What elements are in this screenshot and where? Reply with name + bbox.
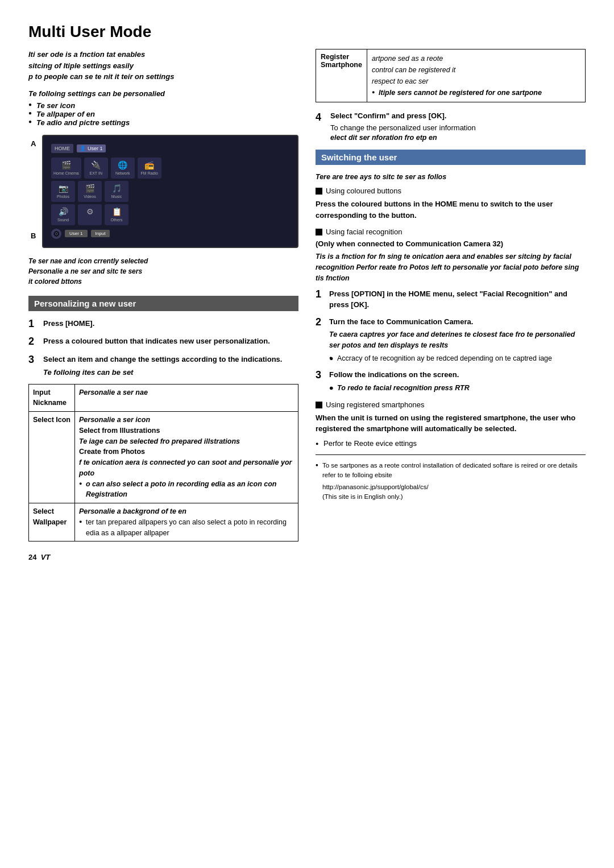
tv-screen: HOME 👤 User 1 🎬 Home Cinema 🔌 xyxy=(42,135,298,248)
register-bullet: ltiple sers cannot be registered for one… xyxy=(372,87,542,98)
registered-smartphones-bullet-text: Perfor te Reote evice ettings xyxy=(323,439,417,448)
register-line1: artpone sed as a reote xyxy=(372,55,443,63)
nickname-value: Personalie a ser nae xyxy=(79,388,148,396)
register-bullet-text: ltiple sers cannot be registered for one… xyxy=(379,89,542,97)
settings-intro: Te folloing settings can be personalied xyxy=(28,89,298,98)
tv-small-icon1: ⚙ xyxy=(51,229,61,239)
facial-step-2-bullet-text: Accracy of te recognition ay be redced d… xyxy=(337,354,552,362)
tv-bottom-bar: ⚙ User 1 Input xyxy=(51,229,289,239)
footnote-url: http://panasonic.jp/support/global/cs/ xyxy=(316,482,586,492)
facial-recognition-heading: Using facial recognition xyxy=(316,228,586,236)
table-header-wallpaper: SelectWallpaper xyxy=(29,503,75,542)
tv-caption: Te ser nae and icon crrently selected Pe… xyxy=(28,256,298,287)
facial-step-2-body: Turn the face to Communication Camera. T… xyxy=(329,316,586,364)
square-bullet-1 xyxy=(316,188,322,195)
footnote-bullet-text: To se sartpones as a reote control insta… xyxy=(322,462,578,478)
tv-icon-home-cinema: 🎬 Home Cinema xyxy=(51,158,81,179)
step-1-text: Press [HOME]. xyxy=(43,319,94,328)
confirm-step-num: 4 xyxy=(316,111,326,124)
switching-header: Switching the user xyxy=(316,150,586,165)
step-1-content: Press [HOME]. xyxy=(43,318,94,329)
tv-icons-row1: 🎬 Home Cinema 🔌 EXT IN 🌐 Network 📻 xyxy=(51,158,289,179)
tv-icon-photos: 📷 Photos xyxy=(51,181,75,202)
register-line3: respect to eac ser xyxy=(372,77,428,85)
table-row-select-icon: Select Icon Personalie a ser icon Select… xyxy=(29,412,298,503)
facial-step-3-body: Follow the indications on the screen. ● … xyxy=(329,369,470,393)
tv-user-selector: User 1 xyxy=(65,230,88,237)
intro-line1: Iti ser ode is a fnction tat enables xyxy=(28,50,145,59)
facial-step-2-text: Turn the face to Communication Camera. xyxy=(329,317,473,326)
step-2-num: 2 xyxy=(28,336,39,348)
tv-caption-line2: Personalie a ne ser and sitc te sers xyxy=(28,267,142,275)
page-title: Multi User Mode xyxy=(28,23,586,41)
select-from-illustrations: Select from Illustrations xyxy=(79,427,160,435)
footnote-section: ● To se sartpones as a reote control ins… xyxy=(316,454,586,502)
facial-step-1-num: 1 xyxy=(316,288,325,311)
create-from-photos-note: f te onication aera is connected yo can … xyxy=(79,458,292,477)
tv-icon-sound: 🔊 Sound xyxy=(51,204,75,225)
intro-line2: sitcing of ltiple settings easily xyxy=(28,61,134,70)
personalizing-header-text: Personalizing a new user xyxy=(34,299,136,308)
settings-list: Te ser icon Te allpaper of en Te adio an… xyxy=(28,101,298,127)
facial-step-3-bullet: ● To redo te facial recognition press RT… xyxy=(329,383,470,394)
tv-icon-music: 🎵 Music xyxy=(105,181,128,202)
footnote-text: ● To se sartpones as a reote control ins… xyxy=(316,461,586,502)
tv-home-button: HOME xyxy=(51,144,73,153)
table-cell-select-icon: Personalie a ser icon Select from Illust… xyxy=(75,412,298,503)
settings-item-1: Te ser icon xyxy=(28,101,298,110)
register-label: RegisterSmartphone xyxy=(316,49,367,102)
settings-table: InputNickname Personalie a ser nae Selec… xyxy=(28,384,298,542)
table-cell-wallpaper: Personalie a backgrond of te en ter tan … xyxy=(75,503,298,542)
tv-icon-settings: ⚙ xyxy=(78,204,102,225)
label-b: B xyxy=(31,232,36,240)
facial-step-2: 2 Turn the face to Communication Camera.… xyxy=(316,316,586,364)
personalizing-section-header: Personalizing a new user xyxy=(28,296,298,311)
facial-recognition-subheading: (Only when connected to Communication Ca… xyxy=(316,239,586,248)
select-icon-label1: Personalie a ser icon xyxy=(79,416,150,424)
square-bullet-2 xyxy=(316,229,322,235)
register-content: artpone sed as a reote control can be re… xyxy=(367,49,546,102)
facial-step-1-text: Press [OPTION] in the HOME menu, select … xyxy=(329,290,567,309)
confirm-step-text: Select "Confirm" and press [OK]. xyxy=(330,111,476,120)
tv-icon-videos: 🎬 Videos xyxy=(78,181,102,202)
step-3-content: Select an item and change the settings a… xyxy=(43,354,282,378)
page-number: 24 xyxy=(28,553,36,561)
facial-step-2-bullet: ● Accracy of te recognition ay be redced… xyxy=(329,353,586,364)
tv-icon-network: 🌐 Network xyxy=(111,158,135,179)
registered-smartphones-body: When the unit is turned on using the reg… xyxy=(316,412,586,435)
wallpaper-bullet: ter tan prepared allpapers yo can also s… xyxy=(79,517,294,539)
create-from-photos: Create from Photos xyxy=(79,448,145,456)
page-footer: 24 VT xyxy=(28,553,298,561)
right-column: RegisterSmartphone artpone sed as a reot… xyxy=(316,49,586,561)
facial-step-1-body: Press [OPTION] in the HOME menu, select … xyxy=(329,288,586,311)
facial-step-2-italic: Te caera captres yor face and deterines … xyxy=(329,329,586,351)
table-cell-nickname: Personalie a ser nae xyxy=(75,384,298,412)
tv-input-selector: Input xyxy=(91,230,110,237)
footnote-bullet: ● To se sartpones as a reote control ins… xyxy=(316,461,586,481)
registered-smartphones-heading: Using registered smartphones xyxy=(316,400,586,409)
facial-step-3-num: 3 xyxy=(316,369,325,393)
facial-step-2-num: 2 xyxy=(316,316,325,364)
step-1-num: 1 xyxy=(28,318,39,330)
step-2-content: Press a coloured button that indicates n… xyxy=(43,336,270,347)
select-icon-caption1: Te iage can be selected fro prepared ill… xyxy=(79,437,240,445)
register-line2: control can be registered it xyxy=(372,66,455,74)
step-3-num: 3 xyxy=(28,354,39,366)
wallpaper-label: Personalie a backgrond of te en xyxy=(79,507,186,515)
facial-step-3-text: Follow the indications on the screen. xyxy=(329,370,459,379)
tv-icon-radio: 📻 FM Radio xyxy=(138,158,161,179)
registered-smartphones-bullet: Perfor te Reote evice ettings xyxy=(316,439,586,448)
label-a: A xyxy=(31,139,36,148)
confirm-step-content: Select "Confirm" and press [OK]. To chan… xyxy=(330,111,476,142)
coloured-buttons-label: Using coloured buttons xyxy=(326,187,401,195)
step-3: 3 Select an item and change the settings… xyxy=(28,354,298,378)
settings-item-3: Te adio and pictre settings xyxy=(28,118,298,127)
table-header-select-icon: Select Icon xyxy=(29,412,75,503)
register-box: RegisterSmartphone artpone sed as a reot… xyxy=(316,49,586,102)
tv-icon-others: 📋 Others xyxy=(105,204,128,225)
step-3-text: Select an item and change the settings a… xyxy=(43,355,282,363)
tv-icons-row2: 📷 Photos 🎬 Videos 🎵 Music xyxy=(51,181,289,202)
table-row-wallpaper: SelectWallpaper Personalie a backgrond o… xyxy=(29,503,298,542)
square-bullet-3 xyxy=(316,402,322,408)
confirm-italic-sub: elect dit ser nforation fro etp en xyxy=(330,134,476,142)
